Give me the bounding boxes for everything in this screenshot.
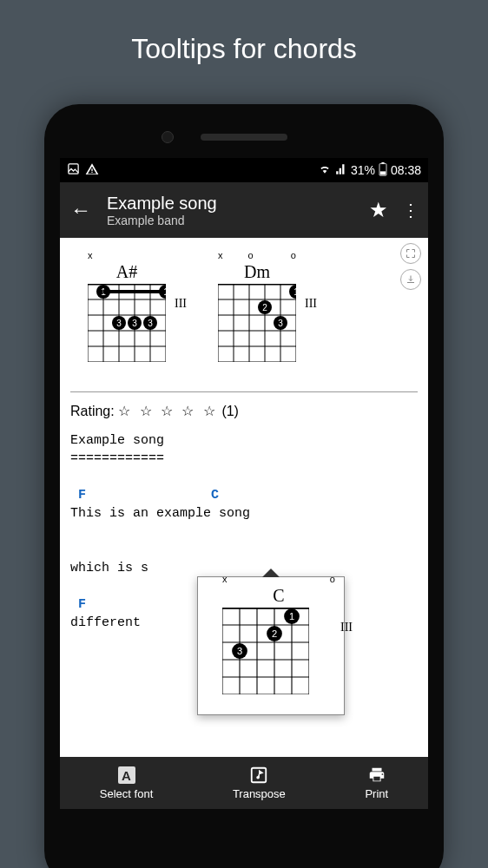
back-button[interactable]: ← — [70, 198, 91, 222]
download-button[interactable] — [400, 269, 421, 290]
content-area[interactable]: A# x 1 1 — [60, 238, 428, 774]
svg-text:1: 1 — [289, 611, 294, 621]
tooltip-chord-name: C — [222, 586, 335, 606]
rating-stars[interactable]: ☆ ☆ ☆ ☆ ☆ — [118, 404, 218, 418]
font-icon: A — [118, 766, 135, 784]
status-bar: 31% 08:38 — [60, 158, 428, 182]
svg-rect-3 — [380, 171, 386, 174]
battery-icon — [379, 162, 387, 179]
svg-text:3: 3 — [278, 319, 283, 328]
bottom-bar: A Select font Transpose Print — [60, 757, 428, 809]
transpose-button[interactable]: Transpose — [233, 766, 286, 800]
fret-position: III — [340, 621, 353, 635]
chord-dm[interactable]: Dm xoo 1 2 3 — [218, 262, 296, 365]
svg-text:3: 3 — [237, 646, 242, 656]
svg-rect-2 — [381, 162, 384, 164]
screen: 31% 08:38 ← Example song Example band ★ … — [60, 158, 428, 809]
printer-icon — [367, 766, 386, 785]
warning-icon — [85, 162, 99, 179]
chord-link[interactable]: F — [78, 488, 86, 503]
svg-text:2: 2 — [262, 303, 267, 312]
print-label: Print — [365, 787, 388, 800]
chord-link[interactable]: F — [78, 597, 86, 612]
battery-percent: 31% — [351, 163, 375, 177]
app-bar: ← Example song Example band ★ ⋮ — [60, 182, 428, 238]
band-name: Example band — [107, 214, 369, 227]
chord-link[interactable]: C — [211, 488, 219, 503]
image-icon — [67, 162, 80, 178]
fret-position: III — [305, 297, 317, 311]
svg-text:3: 3 — [148, 319, 153, 328]
phone-camera — [162, 131, 174, 143]
overflow-menu[interactable]: ⋮ — [402, 200, 418, 220]
chord-a-sharp[interactable]: A# x 1 1 — [88, 262, 166, 365]
wifi-icon — [318, 163, 332, 178]
rating-row[interactable]: Rating: ☆ ☆ ☆ ☆ ☆ (1) — [70, 403, 418, 419]
promo-title: Tooltips for chords — [0, 0, 488, 65]
chord-diagrams: A# x 1 1 — [88, 262, 418, 365]
favorite-button[interactable]: ★ — [369, 198, 388, 222]
svg-rect-0 — [69, 164, 78, 174]
svg-text:3: 3 — [132, 319, 137, 328]
phone-frame: 31% 08:38 ← Example song Example band ★ … — [44, 104, 444, 868]
signal-icon — [335, 163, 347, 178]
note-icon — [249, 766, 268, 785]
transpose-label: Transpose — [233, 787, 286, 800]
fullscreen-button[interactable] — [400, 243, 421, 264]
clock: 08:38 — [391, 163, 421, 177]
svg-text:2: 2 — [272, 628, 277, 639]
song-title: Example song — [107, 194, 369, 214]
chord-name: A# — [88, 262, 166, 282]
fret-position: III — [175, 297, 187, 311]
print-button[interactable]: Print — [365, 766, 388, 800]
rating-label: Rating: — [70, 404, 115, 418]
chord-tooltip: C xo 1 2 3 — [197, 576, 345, 715]
svg-text:3: 3 — [116, 319, 122, 328]
select-font-button[interactable]: A Select font — [100, 766, 153, 800]
font-label: Select font — [100, 787, 153, 800]
chord-name: Dm — [218, 262, 296, 282]
rating-count: (1) — [221, 404, 239, 418]
title-block: Example song Example band — [107, 194, 369, 227]
phone-speaker — [201, 134, 287, 141]
svg-text:1: 1 — [293, 287, 296, 297]
divider — [70, 391, 418, 392]
